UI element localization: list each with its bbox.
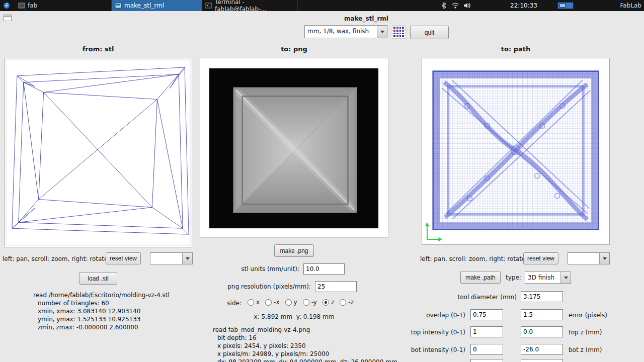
- make-png-button[interactable]: make .png: [274, 244, 314, 257]
- desktop: fab make_stl_rml Terminal - fablab@fabla…: [0, 0, 644, 362]
- chevron-down-icon[interactable]: [377, 26, 387, 38]
- png-info-line: x pixels/m: 24989, y pixels/m: 25000: [213, 350, 397, 358]
- clock: 22:10:33: [510, 2, 537, 9]
- preset-combobox[interactable]: mm, 1/8, wax, finish: [304, 25, 387, 38]
- chevron-down-icon[interactable]: [599, 253, 609, 264]
- taskbar-window-terminal[interactable]: Terminal - fablab@fablab-...: [202, 0, 298, 11]
- path-panel-header: to: path: [422, 45, 610, 53]
- fab-modules-icon: [392, 25, 406, 39]
- path-view-canvas[interactable]: [422, 58, 610, 245]
- side-radio-label: -y: [311, 299, 317, 306]
- radio-icon: [285, 299, 292, 306]
- stl-info-line: ymin, ymax: 1.525133 10.925133: [33, 315, 170, 323]
- taskbar-window-label: make_stl_rml: [124, 2, 164, 9]
- quit-button[interactable]: quit: [410, 26, 449, 39]
- tool-diameter-input[interactable]: [521, 291, 563, 302]
- taskbar-window-label: Terminal - fablab@fablab-...: [215, 0, 294, 13]
- bot-intensity-label: bot intensity (0-1): [387, 346, 465, 353]
- make-path-button[interactable]: make .path: [460, 271, 501, 284]
- path-extra-input-left[interactable]: [470, 359, 503, 362]
- stl-info-line: read /home/fablab/Escritorio/molding-vz-…: [33, 291, 170, 299]
- path-view-combobox[interactable]: [568, 252, 610, 264]
- window-restore-icon[interactable]: [4, 15, 12, 21]
- bot-z-label: bot z (mm): [569, 346, 602, 353]
- window-title: make_stl_rml: [302, 15, 431, 22]
- path-extra-input-right[interactable]: [521, 359, 563, 362]
- toolpath-plot: [426, 71, 598, 241]
- radio-icon: [303, 299, 309, 306]
- window-icon-titlebar: [4, 15, 11, 17]
- side-radio-z[interactable]: z: [323, 299, 334, 306]
- side-radio-y[interactable]: y: [285, 299, 297, 306]
- load-stl-button[interactable]: load .stl: [79, 272, 117, 285]
- radio-icon: [340, 299, 346, 306]
- taskbar-status-icons: [440, 0, 470, 11]
- bot-intensity-input[interactable]: [470, 344, 503, 355]
- wifi-icon[interactable]: [452, 2, 459, 9]
- path-view-combobox-value: [568, 253, 599, 264]
- type-label: type:: [506, 274, 521, 281]
- workspace-pager[interactable]: [557, 2, 574, 9]
- chevron-down-icon[interactable]: [560, 272, 571, 283]
- png-info-line: read fab_mod_molding-vz-4.png: [213, 326, 397, 334]
- bot-z-input[interactable]: [521, 344, 563, 355]
- path-reset-view-button[interactable]: reset view: [523, 252, 558, 264]
- taskbar-window-label: fab: [28, 2, 37, 9]
- stl-wireframe: [12, 67, 189, 234]
- taskbar: fab make_stl_rml Terminal - fablab@fabla…: [0, 0, 644, 11]
- session-user-label[interactable]: FabLab: [620, 2, 641, 9]
- stl-info-line: number of triangles: 60: [33, 299, 170, 307]
- error-pixels-input[interactable]: [521, 309, 563, 320]
- png-depthmap: [209, 68, 378, 228]
- overlap-input[interactable]: [470, 309, 503, 320]
- taskbar-window-fab[interactable]: fab: [15, 0, 112, 11]
- taskbar-window-make-stl-rml[interactable]: make_stl_rml: [112, 0, 202, 11]
- stl-units-label: stl units (mm/unit):: [211, 265, 299, 273]
- overlap-label: overlap (0-1): [397, 312, 465, 319]
- top-intensity-label: top intensity (0-1): [387, 329, 465, 336]
- png-info-line: dx: 98.203200 mm, dy: 94.000000 mm, dz: …: [213, 358, 397, 362]
- preset-combobox-value: mm, 1/8, wax, finish: [305, 26, 377, 38]
- tool-diameter-label: tool diameter (mm): [428, 294, 517, 301]
- pager-window-thumb: [559, 4, 566, 8]
- chevron-down-icon[interactable]: [182, 253, 192, 264]
- top-intensity-input[interactable]: [470, 326, 503, 337]
- bluetooth-icon[interactable]: [440, 2, 447, 9]
- png-resolution-input[interactable]: [315, 281, 357, 292]
- png-view-canvas[interactable]: [200, 58, 388, 238]
- stl-info-line: zmin, zmax: -0.000000 2.600000: [33, 323, 170, 331]
- png-resolution-label: png resolution (pixels/mm):: [201, 283, 311, 290]
- stl-view-canvas[interactable]: [4, 58, 192, 247]
- clock-area: 22:10:33: [510, 0, 537, 11]
- fab-window-icon: [18, 2, 25, 9]
- path-type-combobox[interactable]: 3D finish: [525, 272, 571, 284]
- side-radio-neg-y[interactable]: -y: [303, 299, 317, 306]
- stl-view-combobox-value: [150, 253, 182, 264]
- stl-view-combobox[interactable]: [150, 252, 193, 264]
- stl-reset-view-button[interactable]: reset view: [106, 252, 141, 264]
- stl-info-text: read /home/fablab/Escritorio/molding-vz-…: [33, 291, 170, 331]
- terminal-window-icon: [205, 2, 212, 9]
- stl-canvas-frame: [6, 60, 190, 245]
- volume-icon[interactable]: [463, 2, 470, 9]
- png-info-text: read fab_mod_molding-vz-4.png bit depth:…: [213, 326, 397, 362]
- png-info-line: x pixels: 2454, y pixels: 2350: [213, 342, 397, 350]
- stl-units-input[interactable]: [303, 263, 345, 275]
- top-z-label: top z (mm): [569, 329, 602, 336]
- stl-panel-header: from: stl: [4, 45, 192, 53]
- path-view-hint: left: pan, scroll: zoom, right: rotate: [420, 255, 525, 262]
- pager-area: [557, 0, 574, 11]
- png-info-line: bit depth: 16: [213, 334, 397, 342]
- side-radio-neg-x[interactable]: -x: [265, 299, 279, 306]
- radio-icon: [248, 299, 254, 306]
- side-radio-label: -z: [348, 299, 354, 306]
- side-radio-neg-z[interactable]: -z: [340, 299, 354, 306]
- radio-icon: [265, 299, 272, 306]
- app-menu-button[interactable]: [0, 0, 13, 11]
- stl-info-line: xmin, xmax: 3.083140 12.903140: [33, 307, 170, 315]
- side-radio-x[interactable]: x: [248, 299, 260, 306]
- side-radio-label: -x: [274, 299, 279, 306]
- png-panel-header: to: png: [200, 45, 388, 53]
- app-menu-icon: [3, 2, 10, 9]
- top-z-input[interactable]: [521, 326, 563, 337]
